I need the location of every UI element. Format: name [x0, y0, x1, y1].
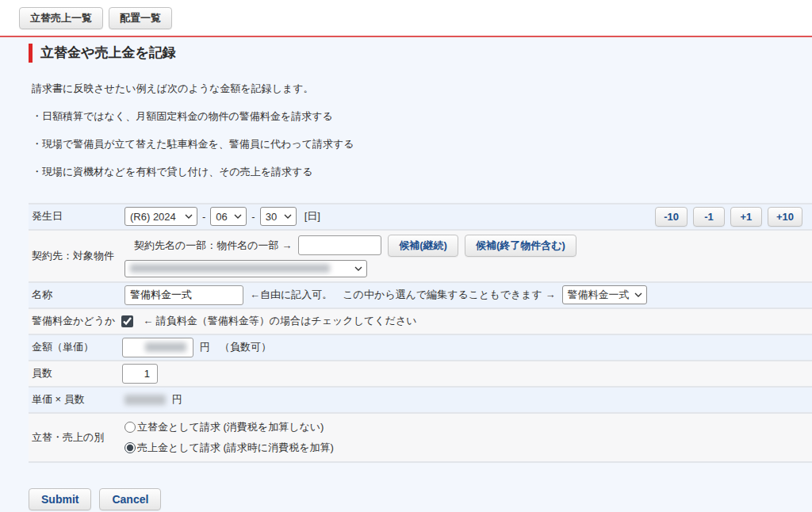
quantity-input[interactable] — [122, 364, 158, 384]
date-separator: - — [202, 211, 205, 223]
tab-advance-sales-list[interactable]: 立替売上一覧 — [19, 7, 103, 29]
billing-radio-1[interactable] — [124, 442, 136, 453]
name-preset-value: 警備料金一式 — [568, 288, 630, 302]
contract-search-input[interactable] — [298, 235, 381, 255]
row-name: 名称 ←自由に記入可。 この中から選んで編集することもできます → 警備料金一式 — [29, 281, 812, 308]
date-separator: - — [251, 211, 255, 223]
amount-input[interactable] — [122, 338, 193, 357]
name-label: 名称 — [29, 288, 124, 302]
year-select[interactable]: (R6) 2024 — [124, 207, 197, 226]
record-form: 発生日 (R6) 2024 - 06 - 30 [日] -10 -1 +1 — [29, 203, 812, 463]
chevron-down-icon — [284, 214, 292, 219]
date-suffix: [日] — [304, 209, 320, 224]
billing-type-label: 立替・売上の別 — [29, 430, 124, 445]
security-fee-hint: ← 請負料金（警備料金等）の場合はチェックしてください — [143, 314, 416, 328]
row-security-fee: 警備料金かどうか ← 請負料金（警備料金等）の場合はチェックしてください — [29, 308, 812, 334]
amount-unit: 円 — [200, 340, 210, 354]
date-label: 発生日 — [29, 209, 124, 224]
date-plus-10-button[interactable]: +10 — [768, 207, 802, 227]
day-select[interactable]: 30 — [260, 207, 297, 226]
security-fee-checkbox[interactable] — [121, 315, 133, 327]
cancel-button[interactable]: Cancel — [99, 488, 161, 510]
topbar: 立替売上一覧 配置一覧 — [0, 0, 812, 37]
submit-button[interactable]: Submit — [29, 488, 91, 510]
chevron-down-icon — [354, 266, 362, 271]
billing-option-sales-label: 売上金として請求 (請求時に消費税を加算) — [137, 437, 334, 458]
intro-bullet: ・現場で警備員が立て替えた駐車料金を、警備員に代わって請求する — [32, 137, 812, 151]
contract-hint: 契約先名の一部：物件名の一部 → — [134, 239, 292, 253]
name-preset-select[interactable]: 警備料金一式 — [562, 285, 647, 304]
intro-lead: 請求書に反映させたい例えば次のような金額を記録します。 — [32, 82, 812, 96]
redacted-amount-value — [145, 342, 186, 352]
intro-bullet: ・現場に資機材などを有料で貸し付け、その売上を請求する — [32, 165, 812, 179]
date-minus-10-button[interactable]: -10 — [655, 207, 688, 227]
row-amount: 金額（単価） 円 （負数可） — [29, 334, 812, 360]
page-title: 立替金や売上金を記録 — [29, 44, 812, 63]
name-input[interactable] — [124, 285, 243, 305]
contract-select[interactable] — [124, 260, 367, 277]
security-fee-label: 警備料金かどうか — [29, 314, 115, 328]
amount-label: 金額（単価） — [29, 340, 124, 354]
date-minus-1-button[interactable]: -1 — [693, 207, 725, 227]
day-select-value: 30 — [266, 211, 277, 223]
row-contract: 契約先：対象物件 契約先名の一部：物件名の一部 → 候補(継続) 候補(終了物件… — [29, 229, 812, 281]
month-select[interactable]: 06 — [210, 207, 247, 226]
chevron-down-icon — [634, 292, 642, 297]
quantity-label: 員数 — [29, 366, 124, 380]
chevron-down-icon — [185, 214, 193, 219]
billing-option-sales[interactable]: 売上金として請求 (請求時に消費税を加算) — [124, 437, 812, 458]
contract-label: 契約先：対象物件 — [29, 249, 124, 263]
date-plus-1-button[interactable]: +1 — [730, 207, 762, 227]
candidates-including-ended-button[interactable]: 候補(終了物件含む) — [465, 235, 576, 257]
redacted-contract-value — [130, 264, 330, 273]
month-select-value: 06 — [216, 211, 227, 223]
candidates-continuing-button[interactable]: 候補(継続) — [388, 235, 458, 257]
amount-note: （負数可） — [220, 340, 271, 354]
billing-option-advance-label: 立替金として請求 (消費税を加算しない) — [137, 417, 324, 437]
intro-bullet: ・日額積算ではなく、月額固定料金の物件の警備料金を請求する — [32, 109, 812, 124]
row-total: 単価 × 員数 円 — [29, 386, 812, 412]
chevron-down-icon — [234, 214, 242, 219]
form-actions: Submit Cancel — [29, 488, 812, 510]
year-select-value: (R6) 2024 — [130, 211, 176, 223]
total-unit: 円 — [172, 392, 182, 407]
row-date: 発生日 (R6) 2024 - 06 - 30 [日] -10 -1 +1 — [29, 203, 812, 229]
billing-radio-0[interactable] — [124, 422, 136, 433]
intro: 請求書に反映させたい例えば次のような金額を記録します。 ・日額積算ではなく、月額… — [32, 82, 812, 179]
tab-assignment-list[interactable]: 配置一覧 — [109, 7, 172, 29]
row-billing-type: 立替・売上の別 立替金として請求 (消費税を加算しない) 売上金として請求 (請… — [29, 412, 812, 463]
name-hint: ←自由に記入可。 この中から選んで編集することもできます → — [250, 288, 556, 302]
billing-option-advance[interactable]: 立替金として請求 (消費税を加算しない) — [124, 417, 812, 437]
redacted-total-value — [124, 395, 166, 405]
total-label: 単価 × 員数 — [29, 392, 124, 407]
row-quantity: 員数 — [29, 360, 812, 386]
